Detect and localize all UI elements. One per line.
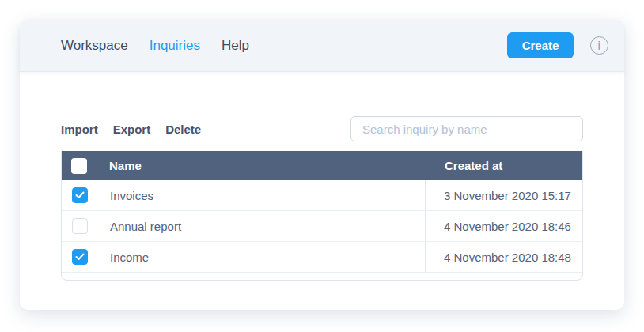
row-checkbox[interactable] [72, 187, 88, 203]
inquiry-name: Invoices [110, 189, 153, 202]
header-created-cell: Created at [426, 151, 583, 180]
table-row[interactable]: Invoices 3 November 2020 15:17 [62, 180, 582, 211]
select-all-checkbox[interactable] [71, 158, 87, 174]
row-checkbox-cell [62, 180, 88, 210]
search-input[interactable] [350, 116, 583, 141]
inquiry-name: Annual report [110, 220, 181, 233]
nav-item-help[interactable]: Help [222, 38, 249, 54]
toolbar-actions: Import Export Delete [61, 123, 201, 136]
main-nav: Workspace Inquiries Help [61, 38, 249, 54]
create-button[interactable]: Create [507, 32, 574, 58]
row-checkbox[interactable] [72, 218, 88, 234]
table-toolbar: Import Export Delete [61, 116, 583, 141]
row-checkbox-cell [62, 242, 88, 272]
table-row[interactable]: Annual report 4 November 2020 18:46 [62, 211, 582, 242]
nav-item-inquiries[interactable]: Inquiries [150, 38, 200, 54]
delete-button[interactable]: Delete [165, 123, 201, 136]
main-card: Workspace Inquiries Help Create i Import… [20, 20, 624, 310]
row-created-cell: 3 November 2020 15:17 [425, 180, 582, 210]
top-nav-bar: Workspace Inquiries Help Create i [20, 20, 624, 72]
row-created-cell: 4 November 2020 18:48 [425, 242, 582, 272]
row-created-cell: 4 November 2020 18:46 [425, 211, 582, 241]
export-button[interactable]: Export [113, 123, 151, 136]
row-name-cell: Annual report [88, 211, 425, 241]
column-header-name: Name [109, 159, 142, 172]
nav-item-workspace[interactable]: Workspace [61, 38, 128, 54]
row-checkbox-cell [62, 211, 88, 241]
row-name-cell: Income [88, 242, 425, 272]
checkmark-icon [75, 253, 85, 261]
header-name-cell: Name [87, 151, 426, 180]
inquiry-name: Income [110, 251, 149, 264]
table-header-row: Name Created at [61, 151, 583, 180]
column-header-created-at: Created at [445, 159, 502, 172]
table-body: Invoices 3 November 2020 15:17 Annual re… [62, 180, 582, 273]
content-area: Import Export Delete Name [20, 116, 624, 281]
checkmark-icon [75, 191, 85, 199]
inquiry-created-at: 4 November 2020 18:48 [444, 251, 571, 264]
inquiry-created-at: 3 November 2020 15:17 [444, 189, 571, 202]
row-checkbox[interactable] [72, 249, 88, 265]
inquiries-table: Name Created at Invoices 3 November 2020… [61, 151, 583, 281]
header-checkbox-cell [61, 151, 87, 180]
row-name-cell: Invoices [88, 180, 425, 210]
inquiry-created-at: 4 November 2020 18:46 [444, 220, 571, 233]
table-row[interactable]: Income 4 November 2020 18:48 [62, 242, 582, 273]
import-button[interactable]: Import [61, 123, 98, 136]
info-icon[interactable]: i [590, 36, 608, 55]
